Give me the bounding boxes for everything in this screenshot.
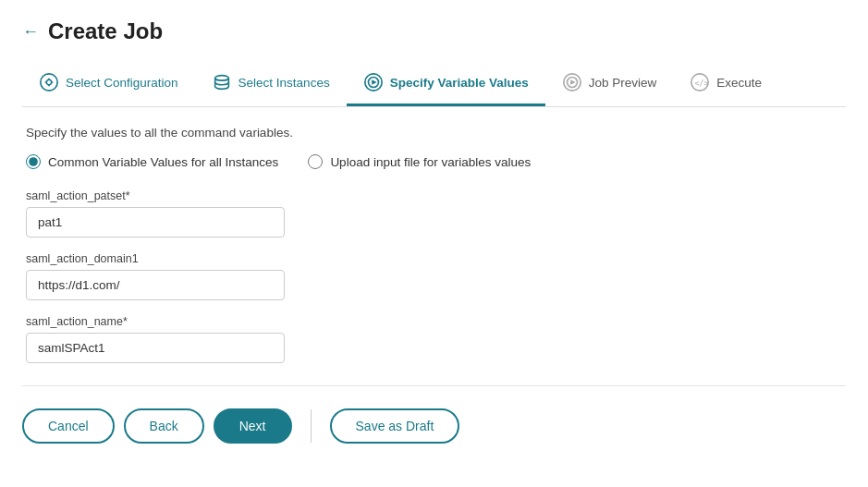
field-saml-action-name-label: saml_action_name* — [26, 315, 842, 328]
tab-select-configuration[interactable]: Select Configuration — [22, 61, 195, 106]
radio-common[interactable]: Common Variable Values for all Instances — [26, 154, 278, 169]
field-saml-action-name-input[interactable] — [26, 333, 285, 363]
field-saml-action-patset-input[interactable] — [26, 207, 285, 237]
tab-job-preview-label: Job Preview — [589, 76, 657, 90]
main-content: Specify the values to all the command va… — [22, 126, 846, 363]
footer-divider — [22, 385, 846, 386]
cancel-button[interactable]: Cancel — [22, 408, 115, 444]
svg-marker-8 — [570, 79, 576, 85]
svg-point-0 — [41, 74, 57, 91]
field-saml-action-domain1: saml_action_domain1 — [26, 252, 842, 300]
footer-left-buttons: Cancel Back Next — [22, 408, 292, 444]
field-saml-action-domain1-label: saml_action_domain1 — [26, 252, 842, 265]
page-header: ← Create Job — [22, 18, 846, 44]
page-title: Create Job — [48, 18, 163, 44]
svg-text:</>: </> — [695, 79, 709, 88]
radio-common-label: Common Variable Values for all Instances — [48, 155, 278, 169]
tabs-bar: Select Configuration Select Instances Sp… — [22, 61, 846, 107]
back-arrow-icon[interactable]: ← — [22, 22, 39, 42]
tab-execute-label: Execute — [716, 76, 762, 90]
tab-job-preview[interactable]: Job Preview — [545, 61, 674, 106]
tab-specify-variable-values-label: Specify Variable Values — [390, 76, 529, 90]
radio-upload-input[interactable] — [308, 154, 323, 169]
svg-marker-5 — [372, 79, 377, 85]
tab-execute[interactable]: </> Execute — [673, 61, 778, 106]
instructions-text: Specify the values to all the command va… — [26, 126, 842, 140]
radio-common-input[interactable] — [26, 154, 41, 169]
tab-select-configuration-label: Select Configuration — [66, 76, 178, 90]
svg-point-2 — [214, 76, 228, 81]
field-saml-action-patset-label: saml_action_patset* — [26, 189, 842, 202]
radio-upload[interactable]: Upload input file for variables values — [308, 154, 531, 169]
field-saml-action-name: saml_action_name* — [26, 315, 842, 363]
radio-upload-label: Upload input file for variables values — [330, 155, 531, 169]
next-button[interactable]: Next — [214, 408, 292, 444]
field-saml-action-patset: saml_action_patset* — [26, 189, 842, 237]
field-saml-action-domain1-input[interactable] — [26, 270, 285, 300]
footer-vertical-divider — [311, 409, 312, 443]
tab-select-instances-label: Select Instances — [238, 76, 330, 90]
back-button[interactable]: Back — [124, 408, 204, 444]
footer: Cancel Back Next Save as Draft — [22, 408, 846, 444]
tab-specify-variable-values[interactable]: Specify Variable Values — [347, 61, 545, 106]
save-draft-button[interactable]: Save as Draft — [330, 408, 460, 444]
radio-group: Common Variable Values for all Instances… — [26, 154, 842, 169]
tab-select-instances[interactable]: Select Instances — [195, 61, 347, 106]
